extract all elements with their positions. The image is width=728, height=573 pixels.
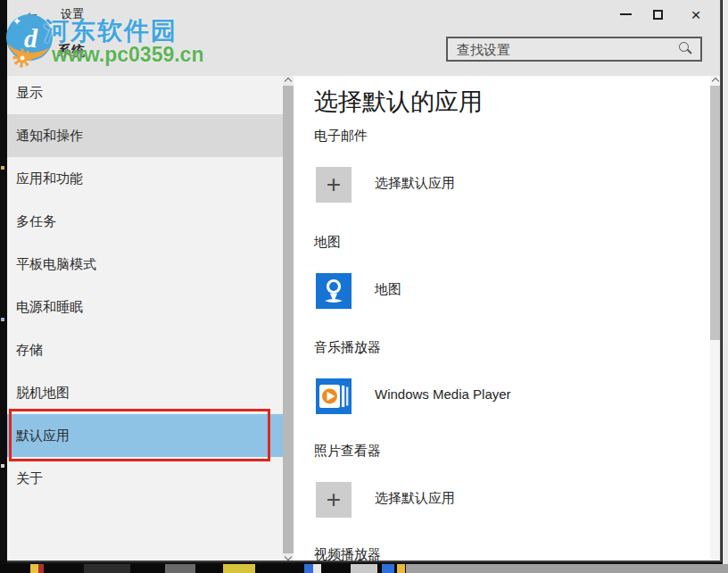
desktop-icon-fragment bbox=[1, 318, 4, 321]
choose-default-app-button[interactable]: +选择默认应用 bbox=[316, 482, 455, 518]
scroll-up-icon[interactable] bbox=[712, 78, 719, 85]
maximize-icon bbox=[653, 10, 663, 20]
content-scrollbar[interactable] bbox=[710, 76, 721, 562]
close-button[interactable]: × bbox=[681, 2, 711, 27]
taskbar-thumbnail bbox=[313, 564, 321, 573]
app-label: 选择默认应用 bbox=[375, 175, 455, 192]
back-icon[interactable]: ← bbox=[25, 4, 40, 21]
sidebar-item-label: 多任务 bbox=[16, 213, 56, 228]
app-category-header: 电子邮件 bbox=[314, 128, 368, 145]
taskbar-thumbnail bbox=[165, 564, 195, 573]
window-title: 设置 bbox=[61, 6, 84, 22]
minimize-button[interactable] bbox=[610, 2, 641, 27]
app-category-header: 地图 bbox=[314, 234, 341, 251]
minimize-icon bbox=[620, 13, 632, 15]
main-content: 选择默认的应用 电子邮件+选择默认应用地图 地图音乐播放器 Windows Me… bbox=[294, 76, 710, 562]
scrollbar-thumb[interactable] bbox=[710, 86, 721, 340]
sidebar-item-label: 默认应用 bbox=[16, 428, 70, 443]
page-group-title: 系统 bbox=[58, 43, 85, 60]
settings-window: ← 设置 系统 × 显示通知和操作应用和功能多任务平板电脑模式电源和睡眠存储脱机… bbox=[7, 0, 722, 562]
add-app-icon: + bbox=[316, 167, 352, 203]
taskbar-thumbnail bbox=[30, 564, 38, 573]
sidebar-item[interactable]: 脱机地图 bbox=[7, 371, 283, 414]
choose-default-app-button[interactable]: +选择默认应用 bbox=[316, 167, 455, 203]
scroll-down-icon[interactable] bbox=[285, 553, 292, 561]
sidebar-scrollbar[interactable] bbox=[283, 76, 294, 562]
sidebar-item-label: 通知和操作 bbox=[16, 128, 83, 143]
desktop-edge-right bbox=[723, 0, 728, 573]
settings-search-box[interactable] bbox=[446, 37, 702, 62]
sidebar-item-label: 脱机地图 bbox=[16, 385, 70, 400]
sidebar-item[interactable]: 电源和睡眠 bbox=[7, 286, 283, 328]
app-label: Windows Media Player bbox=[375, 386, 511, 402]
sidebar-item[interactable]: 通知和操作 bbox=[7, 114, 283, 157]
sidebar-item-label: 电源和睡眠 bbox=[16, 299, 83, 314]
search-input[interactable] bbox=[448, 42, 677, 57]
sidebar-item[interactable]: 默认应用 bbox=[7, 414, 283, 457]
app-category-header: 音乐播放器 bbox=[314, 339, 381, 356]
windows-media-player-icon bbox=[316, 378, 352, 414]
sidebar-item[interactable]: 关于 bbox=[7, 457, 283, 500]
taskbar-strip bbox=[0, 564, 728, 573]
taskbar-thumbnail bbox=[223, 564, 255, 573]
sidebar-item[interactable]: 多任务 bbox=[7, 200, 283, 243]
taskbar-thumbnail bbox=[84, 564, 130, 573]
taskbar-thumbnail bbox=[406, 564, 728, 573]
sidebar-item-label: 关于 bbox=[16, 470, 43, 486]
sidebar-item[interactable]: 显示 bbox=[7, 76, 283, 114]
sidebar-item-label: 显示 bbox=[16, 85, 43, 100]
scrollbar-thumb[interactable] bbox=[283, 86, 294, 553]
desktop-icon-fragment bbox=[1, 166, 4, 170]
scroll-up-icon[interactable] bbox=[285, 78, 292, 85]
search-icon bbox=[677, 41, 693, 57]
app-category-header: 照片查看器 bbox=[314, 443, 381, 460]
taskbar-thumbnail bbox=[304, 564, 313, 573]
sidebar-item-label: 应用和功能 bbox=[16, 170, 83, 186]
sidebar-item[interactable]: 平板电脑模式 bbox=[7, 243, 283, 286]
taskbar-thumbnail bbox=[397, 564, 405, 573]
default-app-button[interactable]: 地图 bbox=[316, 273, 401, 309]
desktop-edge-left bbox=[0, 0, 7, 573]
page-title: 选择默认的应用 bbox=[314, 86, 483, 118]
app-label: 选择默认应用 bbox=[375, 490, 455, 507]
desktop-icon-fragment bbox=[1, 464, 4, 468]
close-icon: × bbox=[691, 6, 700, 23]
sidebar-item[interactable]: 存储 bbox=[7, 328, 283, 371]
taskbar-thumbnail bbox=[38, 564, 44, 573]
maximize-button[interactable] bbox=[642, 2, 673, 27]
sidebar-item-label: 存储 bbox=[16, 342, 43, 357]
sidebar: 显示通知和操作应用和功能多任务平板电脑模式电源和睡眠存储脱机地图默认应用关于 bbox=[7, 76, 294, 562]
sidebar-item[interactable]: 应用和功能 bbox=[7, 157, 283, 200]
default-app-button[interactable]: Windows Media Player bbox=[316, 378, 511, 414]
taskbar-thumbnail bbox=[382, 564, 394, 573]
app-label: 地图 bbox=[375, 281, 401, 298]
window-header: ← 设置 系统 × bbox=[7, 0, 720, 76]
taskbar-thumbnail bbox=[351, 564, 377, 573]
sidebar-item-label: 平板电脑模式 bbox=[16, 256, 96, 271]
app-category-header: 视频播放器 bbox=[314, 546, 381, 562]
add-app-icon: + bbox=[316, 482, 352, 518]
maps-app-icon bbox=[316, 273, 352, 309]
